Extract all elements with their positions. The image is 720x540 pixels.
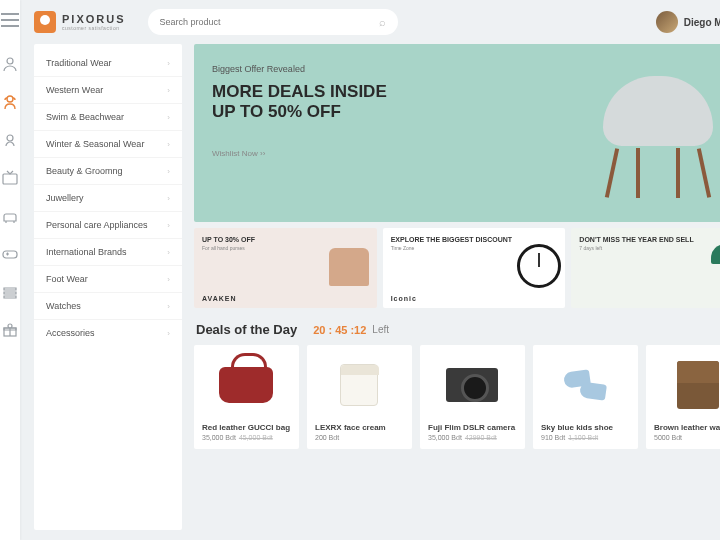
sidebar-item[interactable]: Swim & Beachwear› xyxy=(34,104,182,131)
logo-mark-icon xyxy=(34,11,56,33)
promo-card[interactable]: EXPLORE THE BIGGEST DISCOUNT Time Zone I… xyxy=(383,228,566,308)
rail-books-icon[interactable] xyxy=(0,282,20,302)
purse-image xyxy=(329,248,369,286)
chevron-right-icon: › xyxy=(167,167,170,176)
rail-furniture-icon[interactable] xyxy=(0,206,20,226)
rail-child-icon[interactable] xyxy=(0,130,20,150)
watch-image xyxy=(517,244,561,288)
search-icon[interactable]: ⌕ xyxy=(379,16,386,28)
shoes-image xyxy=(560,371,610,399)
svg-point-1 xyxy=(7,96,13,102)
logo[interactable]: PIXORUS customer satisfaction xyxy=(34,11,126,33)
camera-image xyxy=(446,368,498,402)
sidebar-item[interactable]: Personal care Appliances› xyxy=(34,212,182,239)
chair-image xyxy=(578,62,720,202)
sidebar-item[interactable]: Western Wear› xyxy=(34,77,182,104)
chevron-right-icon: › xyxy=(167,59,170,68)
deal-card[interactable]: Red leather GUCCI bag 35,000 Bdt45,000 B… xyxy=(194,345,299,449)
lamp-image xyxy=(706,244,720,288)
rail-tv-icon[interactable] xyxy=(0,168,20,188)
user-menu[interactable]: Diego Morata ▾ xyxy=(656,11,720,33)
chevron-right-icon: › xyxy=(167,329,170,338)
search-input[interactable] xyxy=(160,17,379,27)
brand-tagline: customer satisfaction xyxy=(62,25,126,31)
category-sidebar: Traditional Wear› Western Wear› Swim & B… xyxy=(34,44,182,530)
svg-point-0 xyxy=(7,58,13,64)
search-box[interactable]: ⌕ xyxy=(148,9,398,35)
promo-card[interactable]: DON'T MISS THE YEAR END SELL 7 days left xyxy=(571,228,720,308)
cream-image xyxy=(340,364,378,406)
sidebar-item[interactable]: Watches› xyxy=(34,293,182,320)
user-name: Diego Morata xyxy=(684,17,720,28)
wallet-image xyxy=(677,361,719,409)
hero-banner[interactable]: Biggest Offer Revealed MORE DEALS INSIDE… xyxy=(194,44,720,222)
brand-name: PIXORUS xyxy=(62,13,126,25)
sidebar-item[interactable]: Accessories› xyxy=(34,320,182,346)
avatar xyxy=(656,11,678,33)
deal-card[interactable]: LEXRX face cream 200 Bdt xyxy=(307,345,412,449)
topbar: PIXORUS customer satisfaction ⌕ Diego Mo… xyxy=(20,0,720,44)
rail-gift-icon[interactable] xyxy=(0,320,20,340)
svg-point-2 xyxy=(7,135,13,141)
deals-title: Deals of the Day xyxy=(196,322,297,337)
chevron-right-icon: › xyxy=(167,302,170,311)
chevron-right-icon: › xyxy=(167,194,170,203)
chevron-right-icon: › xyxy=(167,113,170,122)
menu-icon[interactable] xyxy=(0,10,20,30)
sidebar-item[interactable]: International Brands› xyxy=(34,239,182,266)
chevron-right-icon: › xyxy=(167,140,170,149)
sidebar-item[interactable]: Foot Wear› xyxy=(34,266,182,293)
deal-card[interactable]: Sky blue kids shoe 910 Bdt1,100 Bdt xyxy=(533,345,638,449)
nav-rail xyxy=(0,0,20,540)
sidebar-item[interactable]: Traditional Wear› xyxy=(34,50,182,77)
svg-rect-4 xyxy=(3,251,17,258)
promo-card[interactable]: UP TO 30% OFF For all hand purses AVAKEN xyxy=(194,228,377,308)
sidebar-item[interactable]: Beauty & Groomng› xyxy=(34,158,182,185)
rail-woman-icon[interactable] xyxy=(0,92,20,112)
chevron-right-icon: › xyxy=(167,221,170,230)
chevron-right-icon: › xyxy=(167,86,170,95)
deals-timer: 20 : 45 :12 xyxy=(313,324,366,336)
svg-rect-3 xyxy=(3,174,17,184)
rail-user-icon[interactable] xyxy=(0,54,20,74)
chevron-right-icon: › xyxy=(167,248,170,257)
sidebar-item[interactable]: Juwellery› xyxy=(34,185,182,212)
sidebar-item[interactable]: Winter & Seasonal Wear› xyxy=(34,131,182,158)
rail-game-icon[interactable] xyxy=(0,244,20,264)
red-bag-image xyxy=(219,367,273,403)
chevron-right-icon: › xyxy=(167,275,170,284)
deal-card[interactable]: Brown leather wallet 5000 Bdt xyxy=(646,345,720,449)
deals-section: Deals of the Day 20 : 45 :12 Left View A… xyxy=(194,322,720,449)
deal-card[interactable]: Fuji Flim DSLR camera 35,000 Bdt42990 Bd… xyxy=(420,345,525,449)
